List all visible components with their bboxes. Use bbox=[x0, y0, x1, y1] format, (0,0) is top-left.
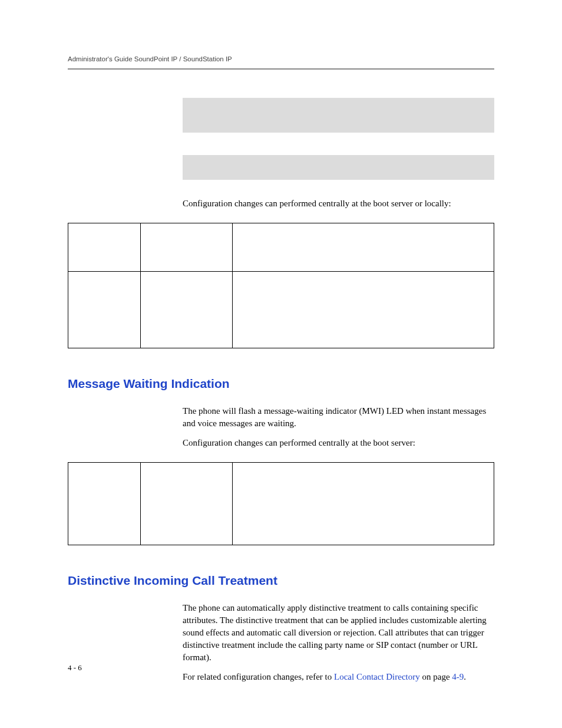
table-cell bbox=[233, 272, 494, 348]
running-header: Administrator's Guide SoundPoint IP / So… bbox=[68, 55, 494, 70]
page-number: 4 - 6 bbox=[68, 663, 82, 673]
distinctive-paragraph-2: For related configuration changes, refer… bbox=[183, 671, 494, 683]
link-page-ref[interactable]: 4-9 bbox=[452, 672, 464, 681]
config-table-1 bbox=[68, 223, 494, 348]
distinctive-paragraph-1: The phone can automatically apply distin… bbox=[183, 602, 494, 664]
config-note-text: Configuration changes can performed cent… bbox=[183, 197, 494, 210]
table-cell bbox=[141, 463, 233, 545]
heading-distinctive: Distinctive Incoming Call Treatment bbox=[68, 574, 494, 588]
config-table-2 bbox=[68, 462, 494, 545]
grey-placeholder-box-2 bbox=[183, 155, 494, 180]
text-fragment: . bbox=[464, 672, 466, 681]
grey-placeholder-box-1 bbox=[183, 98, 494, 133]
table-cell bbox=[233, 463, 494, 545]
table-cell bbox=[68, 463, 141, 545]
text-fragment: For related configuration changes, refer… bbox=[183, 672, 334, 681]
link-local-contact-directory[interactable]: Local Contact Directory bbox=[334, 672, 420, 681]
mwi-paragraph-1: The phone will flash a message-waiting i… bbox=[183, 405, 494, 430]
table-cell bbox=[68, 272, 141, 348]
table-cell bbox=[141, 272, 233, 348]
heading-mwi: Message Waiting Indication bbox=[68, 377, 494, 391]
mwi-paragraph-2: Configuration changes can performed cent… bbox=[183, 437, 494, 449]
table-cell bbox=[141, 223, 233, 272]
text-fragment: on page bbox=[420, 672, 452, 681]
table-cell bbox=[233, 223, 494, 272]
table-cell bbox=[68, 223, 141, 272]
